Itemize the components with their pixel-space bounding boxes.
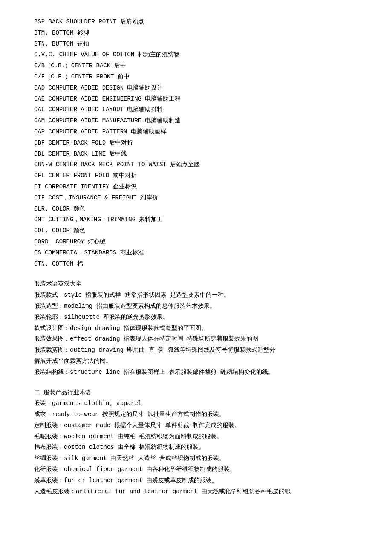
section3-line: 定制服装：customer made 根据个人量体尺寸 单件剪裁 制作完成的服装… bbox=[34, 421, 358, 431]
abbreviation-line: BTN. BUTTON 钮扣 bbox=[34, 39, 358, 49]
abbreviation-line: CAE COMPUTER AIDED ENGINEERING 电脑辅助工程 bbox=[34, 94, 358, 104]
abbreviation-line: C.V.C. CHIEF VALUE OF COTTON 棉为主的混纺物 bbox=[34, 50, 358, 60]
section2-line: 服装结构线：structure line 指在服装图样上 表示服装部件裁剪 缝纫… bbox=[34, 367, 358, 378]
section2-line: 服装轮廓：silhouette 即服装的逆光剪影效果。 bbox=[34, 312, 358, 323]
abbreviation-line: CBF CENTER BACK FOLD 后中对折 bbox=[34, 138, 358, 148]
section2-title: 服装术语英汉大全 bbox=[34, 279, 358, 289]
abbreviation-line: COL. COLOR 颜色 bbox=[34, 226, 358, 236]
section3-line: 化纤服装：chemical fiber garment 由各种化学纤维织物制成的… bbox=[34, 465, 358, 475]
abbreviation-line: CAP COMPUTER AIDED PATTERN 电脑辅助画样 bbox=[34, 127, 358, 137]
abbreviation-line: CAD COMPUTER AIDED DESIGN 电脑辅助设计 bbox=[34, 83, 358, 93]
section2-line: 解展开成平面裁剪方法的图。 bbox=[34, 356, 358, 367]
abbreviation-line: CAM COMPUTER AIDED MANUFACTURE 电脑辅助制造 bbox=[34, 116, 358, 126]
section3-line: 棉布服装：cotton clothes 由全棉 棉混纺织物制成的服装。 bbox=[34, 442, 358, 453]
section3-content: 服装：garments clothing apparel成衣：ready-to-… bbox=[34, 399, 358, 497]
section3-line: 人造毛皮服装：artificial fur and leather garmen… bbox=[34, 487, 358, 497]
abbreviation-line: CBL CENTER BACK LINE 后中线 bbox=[34, 149, 358, 159]
abbreviations-section: BSP BACK SHOULDER POINT 后肩颈点BTM. BOTTOM … bbox=[34, 17, 358, 278]
section3-line: 裘革服装：fur or leather garment 由裘皮或革皮制成的服装。 bbox=[34, 476, 358, 486]
main-content: BSP BACK SHOULDER POINT 后肩颈点BTM. BOTTOM … bbox=[34, 17, 358, 497]
blank-line bbox=[34, 379, 358, 386]
abbreviation-line: CLR. COLOR 颜色 bbox=[34, 204, 358, 214]
section3-line: 毛呢服装：woolen garment 由纯毛 毛混纺织物为面料制成的服装。 bbox=[34, 432, 358, 442]
section2-line: 服装款式：style 指服装的式样 通常指形状因素 是造型要素中的一种。 bbox=[34, 290, 358, 301]
abbreviation-line: CAL COMPUTER AIDED LAYOUT 电脑辅助排料 bbox=[34, 105, 358, 115]
abbreviation-line: C/F（C.F.）CENTER FRONT 前中 bbox=[34, 72, 358, 82]
section2-content: 服装款式：style 指服装的式样 通常指形状因素 是造型要素中的一种。服装造型… bbox=[34, 290, 358, 386]
abbreviation-line: CFL CENTER FRONT FOLD 前中对折 bbox=[34, 171, 358, 181]
section2-line: 服装裁剪图：cutting drawing 即用曲 直 斜 弧线等特殊图线及符号… bbox=[34, 345, 358, 356]
section3-line: 服装：garments clothing apparel bbox=[34, 399, 358, 409]
abbreviation-line: CMT CUTTING，MAKING，TRIMMING 来料加工 bbox=[34, 215, 358, 225]
section2-line: 服装造型：modeling 指由服装造型要素构成的总体服装艺术效果。 bbox=[34, 301, 358, 312]
abbreviation-line: BSP BACK SHOULDER POINT 后肩颈点 bbox=[34, 17, 358, 27]
section2-title-line: 服装术语英汉大全 bbox=[34, 279, 358, 289]
abbreviation-line: CS COMMERCIAL STANDARDS 商业标准 bbox=[34, 248, 358, 258]
section2-line: 服装效果图：effect drawing 指表现人体在特定时间 特殊场所穿着服装… bbox=[34, 334, 358, 344]
abbreviation-line: CORD. CORDUROY 灯心绒 bbox=[34, 237, 358, 247]
abbreviation-line: BTM. BOTTOM 衫脚 bbox=[34, 28, 358, 38]
section3-line: 成衣：ready-to-wear 按照规定的尺寸 以批量生产方式制作的服装。 bbox=[34, 410, 358, 420]
blank-line bbox=[34, 270, 358, 278]
abbreviation-line: CBN-W CENTER BACK NECK POINT TO WAIST 后颈… bbox=[34, 160, 358, 170]
section2-line: 款式设计图：design drawing 指体现服装款式造型的平面图。 bbox=[34, 324, 358, 334]
section3-title-line: 二 服装产品行业术语 bbox=[34, 388, 358, 398]
section3-title: 二 服装产品行业术语 bbox=[34, 388, 358, 398]
abbreviation-line: CTN. COTTON 棉 bbox=[34, 259, 358, 269]
section3-line: 丝绸服装：silk garment 由天然丝 人造丝 合成丝织物制成的服装。 bbox=[34, 454, 358, 464]
abbreviation-line: C/B（C.B.）CENTER BACK 后中 bbox=[34, 61, 358, 71]
abbreviation-line: CI CORPORATE IDENTIFY 企业标识 bbox=[34, 182, 358, 192]
abbreviation-line: CIF COST，INSURANCE & FREIGHT 到岸价 bbox=[34, 193, 358, 203]
